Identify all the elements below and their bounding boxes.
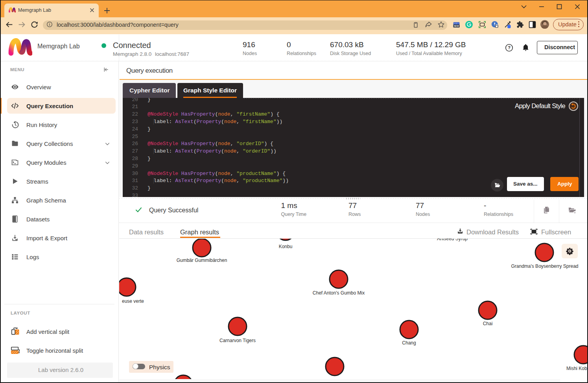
- svg-text:?: ?: [508, 45, 511, 50]
- svg-text:NEW: NEW: [454, 25, 459, 27]
